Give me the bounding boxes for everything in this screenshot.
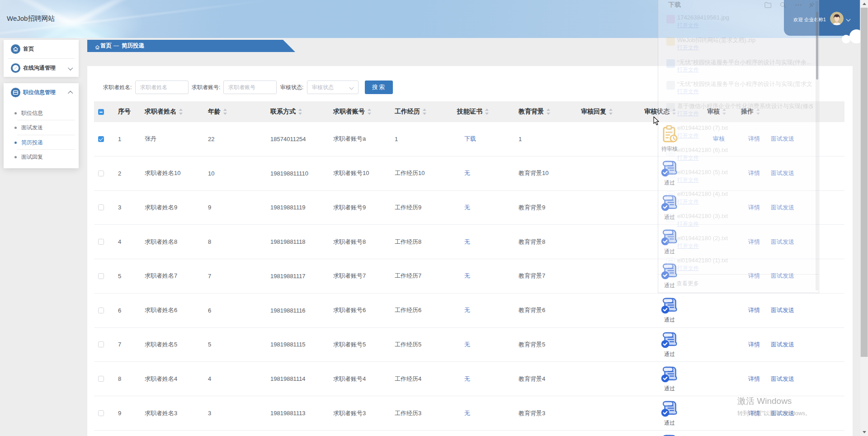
cell-account: 求职者账号a: [329, 135, 390, 143]
col-header-age[interactable]: 年龄: [203, 108, 266, 116]
sort-icon[interactable]: [485, 109, 489, 115]
interview-send-link[interactable]: 面试发送: [771, 409, 794, 417]
row-checkbox[interactable]: [98, 273, 104, 279]
user-menu[interactable]: 欢迎 企业名称1: [784, 0, 860, 36]
skill-cert-link[interactable]: 无: [464, 238, 470, 246]
breadcrumb-home[interactable]: 首页: [100, 40, 112, 52]
cell-edu: 教育背景5: [514, 341, 576, 349]
skill-cert-link[interactable]: 无: [464, 409, 470, 417]
col-header-audit[interactable]: 审核: [701, 108, 737, 116]
col-header-skill[interactable]: 技能证书: [452, 108, 514, 116]
interview-send-link[interactable]: 面试发送: [771, 135, 794, 143]
col-header-phone[interactable]: 联系方式: [266, 108, 329, 116]
skill-cert-link[interactable]: 无: [464, 272, 470, 280]
cell-age: 6: [203, 307, 266, 314]
sidebar-sub-item[interactable]: 面试回复: [4, 150, 79, 164]
skill-cert-link[interactable]: 无: [464, 306, 470, 314]
interview-send-link[interactable]: 面试发送: [771, 204, 794, 212]
search-account-input[interactable]: 求职者账号: [223, 81, 277, 94]
detail-link[interactable]: 详情: [748, 169, 760, 177]
cell-account: 求职者账号9: [329, 204, 390, 212]
detail-link[interactable]: 详情: [748, 341, 760, 349]
row-checkbox[interactable]: [98, 239, 104, 245]
row-checkbox[interactable]: [98, 308, 104, 313]
col-header-work[interactable]: 工作经历: [390, 108, 452, 116]
sidebar-item-comm[interactable]: 在线沟通管理: [4, 59, 79, 77]
col-header-status[interactable]: 审核状态: [638, 108, 701, 116]
col-header-account[interactable]: 求职者账号: [329, 108, 390, 116]
cell-name: 求职者姓名8: [140, 238, 203, 246]
skill-cert-link[interactable]: 无: [464, 204, 470, 212]
bullet-icon: [14, 142, 17, 144]
sort-icon[interactable]: [546, 109, 551, 115]
scrollbar-thumb[interactable]: [860, 8, 868, 357]
cell-account: 求职者账号10: [329, 169, 390, 177]
sort-icon[interactable]: [722, 109, 726, 115]
table-row: 2 求职者姓名10 10 198198811110 求职者账号10 工作经历10…: [94, 156, 844, 191]
col-header-name[interactable]: 求职者姓名: [140, 108, 203, 116]
col-header-reply[interactable]: 审核回复: [576, 108, 638, 116]
sort-icon[interactable]: [609, 109, 613, 115]
sort-icon[interactable]: [672, 109, 676, 115]
chevron-down-icon: [68, 66, 72, 70]
sort-icon[interactable]: [422, 109, 427, 115]
audit-link[interactable]: 审核: [713, 135, 725, 143]
select-all-checkbox[interactable]: [98, 109, 104, 115]
skill-cert-link[interactable]: 无: [464, 169, 470, 177]
scroll-up-arrow-icon[interactable]: [860, 0, 868, 8]
cell-edu: 1: [514, 136, 576, 142]
detail-link[interactable]: 详情: [748, 135, 760, 143]
sidebar-sub-item[interactable]: 面试发送: [4, 120, 79, 135]
sort-icon[interactable]: [367, 109, 372, 115]
interview-send-link[interactable]: 面试发送: [771, 272, 794, 280]
row-checkbox[interactable]: [98, 136, 104, 142]
detail-link[interactable]: 详情: [748, 375, 760, 383]
sort-icon[interactable]: [179, 109, 183, 115]
detail-link[interactable]: 详情: [748, 272, 760, 280]
interview-send-link[interactable]: 面试发送: [771, 238, 794, 246]
col-header-edu[interactable]: 教育背景: [514, 108, 576, 116]
cell-phone: 19819881113: [266, 410, 329, 417]
status-select[interactable]: 审核状态: [307, 81, 359, 94]
sidebar-sub-list: 职位信息 面试发送 简历投递 面试回复: [4, 106, 79, 165]
sidebar-item-home[interactable]: 首页: [4, 40, 79, 58]
status-badge: 通过: [660, 194, 679, 221]
cell-edu: 教育背景7: [514, 272, 576, 280]
pending-review-icon: [662, 125, 678, 144]
cell-age: 9: [203, 204, 266, 211]
cell-phone: 19819881115: [266, 341, 329, 348]
passed-icon: [660, 228, 679, 246]
row-checkbox[interactable]: [98, 204, 104, 210]
row-checkbox[interactable]: [98, 171, 104, 176]
detail-link[interactable]: 详情: [748, 238, 760, 246]
passed-icon: [660, 160, 679, 178]
row-checkbox[interactable]: [98, 410, 104, 416]
avatar[interactable]: [830, 12, 844, 25]
row-checkbox[interactable]: [98, 376, 104, 382]
sidebar-group-job-info[interactable]: 职位信息管理: [4, 83, 79, 101]
skill-cert-link[interactable]: 无: [464, 375, 470, 383]
skill-cert-link[interactable]: 下载: [464, 135, 476, 143]
detail-link[interactable]: 详情: [748, 204, 760, 212]
status-badge: 通过: [660, 331, 679, 358]
sort-icon[interactable]: [298, 109, 302, 115]
search-button[interactable]: 搜索: [365, 81, 393, 94]
cell-work: 工作经历3: [390, 409, 452, 417]
search-name-input[interactable]: 求职者姓名: [135, 81, 189, 94]
skill-cert-link[interactable]: 无: [464, 341, 470, 349]
detail-link[interactable]: 详情: [748, 306, 760, 314]
row-checkbox[interactable]: [98, 341, 104, 347]
interview-send-link[interactable]: 面试发送: [771, 375, 794, 383]
interview-send-link[interactable]: 面试发送: [771, 341, 794, 349]
detail-link[interactable]: 详情: [748, 409, 760, 417]
col-header-ops[interactable]: 操作: [737, 108, 844, 116]
sort-icon[interactable]: [223, 109, 227, 115]
interview-send-link[interactable]: 面试发送: [771, 169, 794, 177]
interview-send-link[interactable]: 面试发送: [771, 306, 794, 314]
sort-icon[interactable]: [756, 109, 760, 115]
breadcrumb-current: 简历投递: [122, 40, 144, 52]
page-scrollbar[interactable]: [860, 0, 868, 436]
sidebar-sub-item[interactable]: 简历投递: [4, 135, 79, 150]
sidebar-sub-item[interactable]: 职位信息: [4, 106, 79, 120]
scroll-down-arrow-icon[interactable]: [860, 428, 868, 436]
